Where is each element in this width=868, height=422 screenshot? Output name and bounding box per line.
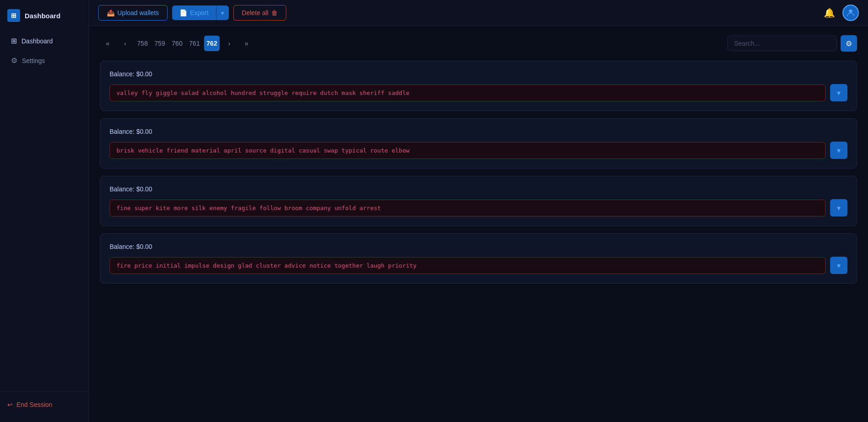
wallet-balance-1: Balance: $0.00 xyxy=(110,128,847,135)
settings-icon: ⚙ xyxy=(11,56,17,65)
content-area: « ‹ 758 759 760 761 762 › » ⚙ Bala xyxy=(89,26,868,422)
sidebar-item-dashboard[interactable]: ⊞ Dashboard xyxy=(4,32,85,50)
page-758[interactable]: 758 xyxy=(135,36,150,51)
filter-button[interactable]: ⚙ xyxy=(841,35,857,52)
wallet-balance-2: Balance: $0.00 xyxy=(110,185,847,193)
delete-all-button[interactable]: Delete all 🗑 xyxy=(233,5,286,21)
wallet-phrase-row-2: fine super kite more silk enemy fragile … xyxy=(110,199,847,216)
next-page-button[interactable]: › xyxy=(221,36,237,51)
page-761[interactable]: 761 xyxy=(187,36,202,51)
last-page-button[interactable]: » xyxy=(239,36,254,51)
wallet-phrase-row-3: fire price initial impulse design glad c… xyxy=(110,257,847,274)
notification-bell-button[interactable]: 🔔 xyxy=(821,5,838,21)
wallet-card-2: Balance: $0.00 fine super kite more silk… xyxy=(100,176,857,226)
wallet-list: Balance: $0.00 valley fly giggle salad a… xyxy=(100,61,857,284)
export-chevron-button[interactable]: ▾ xyxy=(216,5,229,20)
top-bar: « ‹ 758 759 760 761 762 › » ⚙ xyxy=(100,35,857,52)
end-session-label: End Session xyxy=(16,401,53,408)
wallet-phrase-2: fine super kite more silk enemy fragile … xyxy=(110,200,826,216)
wallet-balance-3: Balance: $0.00 xyxy=(110,243,847,250)
end-session-icon: ↩ xyxy=(7,401,13,408)
filter-icon: ⚙ xyxy=(846,39,852,48)
avatar-icon xyxy=(846,8,856,18)
wallet-phrase-row-1: brisk vehicle friend material april sour… xyxy=(110,142,847,159)
chevron-down-icon: ▾ xyxy=(221,10,224,16)
wallet-card-1: Balance: $0.00 brisk vehicle friend mate… xyxy=(100,118,857,169)
wallet-dropdown-3[interactable]: ▾ xyxy=(830,257,847,274)
wallet-phrase-0: valley fly giggle salad alcohol hundred … xyxy=(110,84,826,101)
wallet-card-0: Balance: $0.00 valley fly giggle salad a… xyxy=(100,61,857,111)
prev-page-button[interactable]: ‹ xyxy=(117,36,133,51)
sidebar-bottom: ↩ End Session xyxy=(0,391,89,417)
wallet-phrase-1: brisk vehicle friend material april sour… xyxy=(110,142,826,159)
search-input[interactable] xyxy=(727,36,837,51)
delete-label: Delete all xyxy=(242,9,268,16)
search-bar: ⚙ xyxy=(727,35,857,52)
sidebar-logo-label: Dashboard xyxy=(25,12,60,20)
page-760[interactable]: 760 xyxy=(169,36,185,51)
export-icon: 📄 xyxy=(179,9,187,16)
wallet-phrase-3: fire price initial impulse design glad c… xyxy=(110,257,826,274)
sidebar-item-settings[interactable]: ⚙ Settings xyxy=(4,52,85,69)
upload-icon: 📤 xyxy=(107,9,115,16)
sidebar-item-label: Settings xyxy=(22,57,45,64)
svg-point-0 xyxy=(849,10,852,13)
dashboard-nav-icon: ⊞ xyxy=(11,37,17,45)
main-content: 📤 Upload wallets 📄 Export ▾ Delete all 🗑… xyxy=(89,0,868,422)
export-button-group: 📄 Export ▾ xyxy=(172,5,228,20)
wallet-dropdown-2[interactable]: ▾ xyxy=(830,199,847,216)
sidebar: ⊞ Dashboard ⊞ Dashboard ⚙ Settings ↩ End… xyxy=(0,0,89,422)
sidebar-logo[interactable]: ⊞ Dashboard xyxy=(0,5,89,31)
export-button[interactable]: 📄 Export xyxy=(172,5,216,20)
first-page-button[interactable]: « xyxy=(100,36,116,51)
wallet-dropdown-0[interactable]: ▾ xyxy=(830,84,847,101)
wallet-card-3: Balance: $0.00 fire price initial impuls… xyxy=(100,233,857,284)
sidebar-item-label: Dashboard xyxy=(21,37,53,45)
pagination: « ‹ 758 759 760 761 762 › » xyxy=(100,36,254,51)
wallet-balance-0: Balance: $0.00 xyxy=(110,70,847,78)
trash-icon: 🗑 xyxy=(271,9,278,16)
end-session-button[interactable]: ↩ End Session xyxy=(0,396,89,413)
dashboard-icon: ⊞ xyxy=(7,9,20,22)
toolbar: 📤 Upload wallets 📄 Export ▾ Delete all 🗑… xyxy=(89,0,868,26)
upload-wallets-button[interactable]: 📤 Upload wallets xyxy=(98,5,168,21)
wallet-phrase-row-0: valley fly giggle salad alcohol hundred … xyxy=(110,84,847,101)
upload-label: Upload wallets xyxy=(117,9,159,16)
user-avatar[interactable] xyxy=(842,5,859,21)
page-759[interactable]: 759 xyxy=(152,36,168,51)
wallet-dropdown-1[interactable]: ▾ xyxy=(830,142,847,159)
page-762-active[interactable]: 762 xyxy=(204,36,220,51)
export-label: Export xyxy=(190,9,208,16)
